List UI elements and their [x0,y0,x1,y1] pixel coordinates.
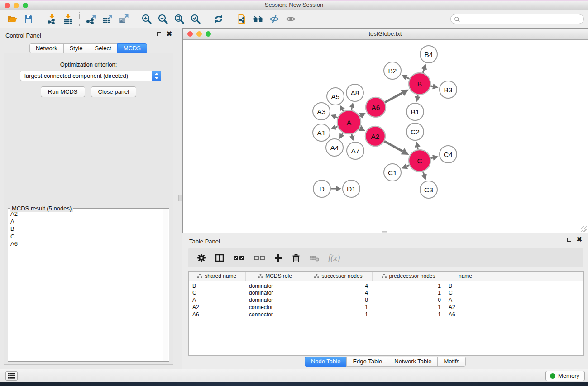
network-close-icon[interactable] [187,31,193,37]
tab-select[interactable]: Select [89,43,118,53]
table-cell[interactable]: A [445,296,486,304]
table-cell[interactable]: 1 [372,304,445,311]
zoom-fit-button[interactable] [171,12,187,26]
edge-A-A6[interactable] [360,116,361,116]
save-session-button[interactable] [20,12,37,26]
minimize-window-icon[interactable] [14,3,19,8]
hide-graphics-details-button[interactable] [266,12,282,26]
table-cell[interactable]: connector [245,304,305,311]
column-header[interactable]: successor nodes [305,272,372,281]
edge-C-C4[interactable] [430,157,433,158]
result-item[interactable]: B [10,225,161,233]
edge-A6-B[interactable] [385,93,402,102]
edge-C-C1[interactable] [407,165,409,166]
edge-B-B4[interactable] [423,69,424,73]
tab-motifs[interactable]: Motifs [437,357,466,367]
result-item[interactable]: A6 [10,240,161,248]
column-header[interactable]: name [445,272,486,281]
maximize-window-icon[interactable] [23,3,28,8]
table-cell[interactable]: 1 [372,289,445,296]
tab-network[interactable]: Network [29,43,64,53]
table-cell[interactable]: 4 [305,289,372,296]
run-mcds-button[interactable]: Run MCDS [41,86,85,97]
refresh-view-button[interactable] [210,12,227,26]
tab-mcds[interactable]: MCDS [117,43,147,53]
open-file-button[interactable] [4,12,20,26]
edge-B-B1[interactable] [417,95,418,96]
table-cell[interactable]: 1 [305,304,372,311]
search-input[interactable] [462,15,579,23]
table-cell[interactable]: dominator [245,281,305,289]
column-header[interactable]: predecessor nodes [372,272,445,281]
network-window-titlebar[interactable]: testGlobe.txt [183,29,588,40]
import-network-button[interactable] [43,12,60,26]
table-cell[interactable]: 8 [305,296,372,304]
edge-B-B3[interactable] [430,86,433,86]
criterion-dropdown[interactable]: largest connected component (directed) [20,71,161,81]
float-table-panel-icon[interactable] [567,238,571,242]
float-panel-icon[interactable] [157,32,161,36]
table-cell[interactable]: 1 [305,311,372,318]
dropdown-stepper-icon[interactable] [152,71,161,81]
edge-A-A8[interactable] [351,108,352,110]
function-builder-button[interactable]: f(x) [328,253,340,263]
table-settings-button[interactable] [196,253,206,263]
network-canvas[interactable]: B4B2BB3A8A5A6A3B1AA1C2A2A4A7C4CC1DD1C3 [183,40,588,233]
select-all-button[interactable] [233,253,245,263]
import-table-button[interactable] [60,12,76,26]
zoom-out-button[interactable] [155,12,171,26]
table-cell[interactable]: A2 [189,304,245,311]
result-item[interactable]: A [10,218,161,226]
delete-column-button[interactable] [291,253,301,263]
export-image-button[interactable] [115,12,132,26]
table-cell[interactable]: B [445,281,486,289]
table-cell[interactable]: A2 [445,304,486,311]
close-panel-icon[interactable]: ✖ [166,31,172,37]
window-resize-grip[interactable] [581,226,587,232]
table-cell[interactable]: 1 [372,281,445,289]
delete-table-button[interactable] [309,253,320,263]
edge-A-A7[interactable] [352,134,352,136]
export-table-button[interactable] [99,12,115,26]
table-cell[interactable]: 1 [372,311,445,318]
result-scrollbar[interactable] [163,209,168,361]
table-cell[interactable]: 0 [372,296,445,304]
table-cell[interactable]: A [189,296,245,304]
table-cell[interactable]: 4 [305,281,372,289]
edge-C-C3[interactable] [423,172,424,175]
show-graphics-details-button[interactable] [282,12,299,26]
table-cell[interactable]: A6 [189,311,245,318]
tab-style[interactable]: Style [63,43,89,53]
column-header[interactable]: MCDS role [245,272,305,281]
deselect-all-button[interactable] [253,253,266,263]
new-network-file-button[interactable] [234,12,250,26]
close-panel-button[interactable]: Close panel [91,86,137,97]
tab-edge-table[interactable]: Edge Table [346,357,388,367]
export-network-button[interactable] [83,12,99,26]
show-task-history-button[interactable] [5,371,18,381]
zoom-in-button[interactable] [139,12,155,26]
table-cell[interactable]: A6 [445,311,486,318]
table-cell[interactable]: B [189,281,245,289]
vertical-splitter-handle[interactable] [178,195,182,201]
edge-A-A1[interactable] [335,127,338,128]
tab-network-table[interactable]: Network Table [388,357,438,367]
tab-node-table[interactable]: Node Table [305,357,347,367]
table-cell[interactable]: dominator [245,289,305,296]
add-column-button[interactable] [273,253,283,263]
close-table-panel-icon[interactable]: ✖ [576,237,582,242]
home-networks-button[interactable] [250,12,266,26]
table-cell[interactable]: C [189,289,245,296]
memory-button[interactable]: Memory [545,371,585,381]
split-view-button[interactable] [214,253,225,263]
table-cell[interactable]: dominator [245,296,305,304]
close-window-icon[interactable] [5,3,10,8]
network-minimize-icon[interactable] [196,31,202,37]
result-item[interactable]: C [10,233,161,241]
result-item[interactable]: A2 [10,210,161,218]
table-cell[interactable]: C [445,289,486,296]
edge-C-C2[interactable] [417,147,418,149]
edge-A-A3[interactable] [335,117,338,118]
network-maximize-icon[interactable] [206,31,211,37]
edge-A-A5[interactable] [342,110,343,111]
